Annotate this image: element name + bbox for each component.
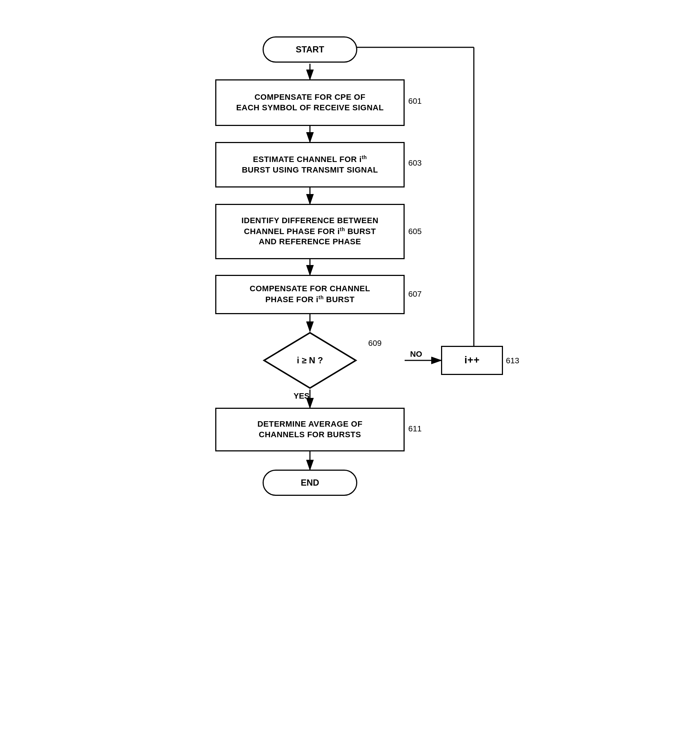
start-node: START xyxy=(263,37,357,63)
ref-605: 605 xyxy=(408,227,422,236)
yes-label: YES xyxy=(294,391,310,401)
box605-label: IDENTIFY DIFFERENCE BETWEENCHANNEL PHASE… xyxy=(241,216,378,247)
box-605: IDENTIFY DIFFERENCE BETWEENCHANNEL PHASE… xyxy=(215,204,404,259)
ref-601: 601 xyxy=(408,97,422,106)
no-label: NO xyxy=(410,349,422,359)
diamond-609: i ≥ N ? xyxy=(263,331,357,390)
box611-label: DETERMINE AVERAGE OFCHANNELS FOR BURSTS xyxy=(257,419,363,440)
box-611: DETERMINE AVERAGE OFCHANNELS FOR BURSTS xyxy=(215,408,404,452)
box-601: COMPENSATE FOR CPE OFEACH SYMBOL OF RECE… xyxy=(215,79,404,126)
diamond609-label: i ≥ N ? xyxy=(297,355,323,365)
box607-label: COMPENSATE FOR CHANNELPHASE FOR ith BURS… xyxy=(250,283,371,305)
ref-611: 611 xyxy=(408,424,422,434)
box613-label: i++ xyxy=(464,354,479,367)
box603-label: ESTIMATE CHANNEL FOR ithBURST USING TRAN… xyxy=(242,154,378,176)
end-label: END xyxy=(301,478,319,488)
box-613: i++ xyxy=(441,346,503,375)
box601-label: COMPENSATE FOR CPE OFEACH SYMBOL OF RECE… xyxy=(236,92,384,113)
ref-613: 613 xyxy=(506,356,519,365)
flowchart-diagram: START COMPENSATE FOR CPE OFEACH SYMBOL O… xyxy=(186,22,514,713)
box-603: ESTIMATE CHANNEL FOR ithBURST USING TRAN… xyxy=(215,142,404,188)
end-node: END xyxy=(263,469,357,496)
ref-603: 603 xyxy=(408,158,422,168)
ref-609: 609 xyxy=(368,339,382,348)
box-607: COMPENSATE FOR CHANNELPHASE FOR ith BURS… xyxy=(215,275,404,314)
start-label: START xyxy=(296,44,324,54)
ref-607: 607 xyxy=(408,289,422,299)
